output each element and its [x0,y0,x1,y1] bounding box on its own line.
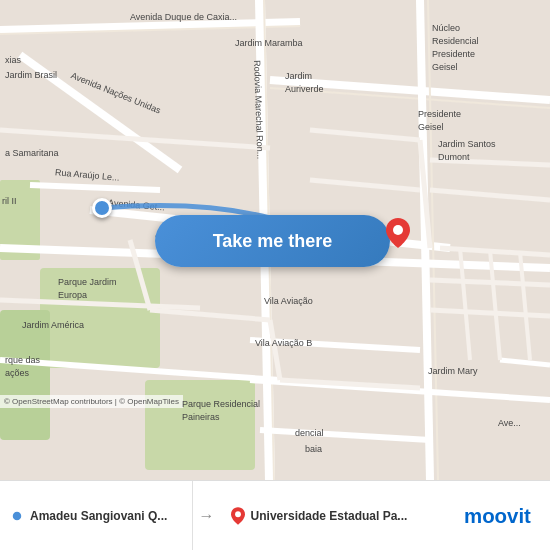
map-container: Avenida Duque de Caxia... xias Jardim Br… [0,0,550,480]
destination-marker [386,218,410,248]
origin-section[interactable]: Amadeu Sangiovani Q... [0,481,193,550]
svg-point-7 [393,225,403,235]
map-attribution: © OpenStreetMap contributors | © OpenMap… [0,395,183,408]
origin-name: Amadeu Sangiovani Q... [30,509,167,523]
svg-point-8 [12,511,22,521]
arrow-icon: → [199,507,215,525]
svg-rect-3 [145,380,255,470]
destination-name: Universidade Estadual Pa... [251,509,408,523]
svg-point-9 [235,511,241,517]
dest-icon [231,507,245,525]
svg-rect-2 [0,310,50,440]
origin-marker [92,198,112,218]
svg-text:moovit: moovit [464,505,531,527]
moovit-logo: moovit [464,503,550,529]
bottom-bar: Amadeu Sangiovani Q... → Universidade Es… [0,480,550,550]
destination-section[interactable]: Universidade Estadual Pa... [221,481,464,550]
origin-icon [10,509,24,523]
take-me-there-button[interactable]: Take me there [155,215,390,267]
take-me-there-label: Take me there [213,231,333,252]
